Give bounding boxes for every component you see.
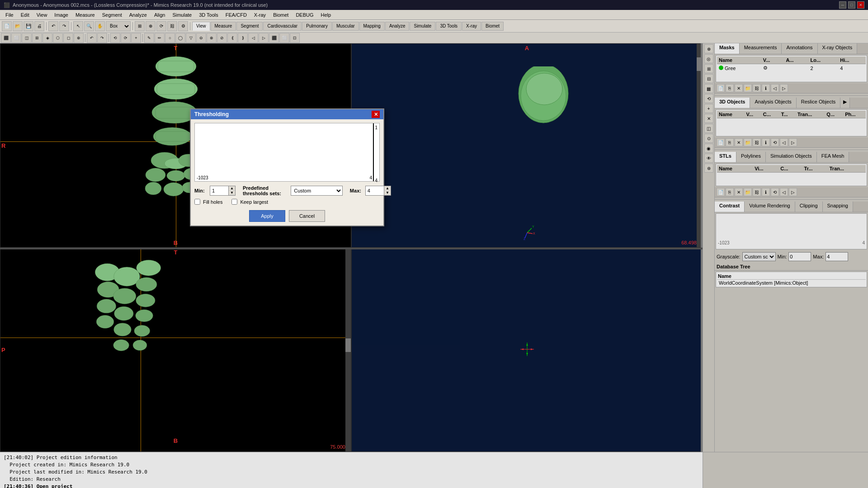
tb2-btn4[interactable]: ⊞ <box>32 33 42 43</box>
horizontal-splitter[interactable] <box>0 248 703 249</box>
max-spinbox[interactable]: ▲ ▼ <box>365 186 391 196</box>
cursor-btn[interactable]: ↖ <box>73 21 83 31</box>
pan-btn[interactable]: ✋ <box>95 21 105 31</box>
tab-stls[interactable]: STLs <box>715 152 736 162</box>
new-btn[interactable]: 📄 <box>2 21 12 31</box>
stl-icon-arrow-l[interactable]: ◁ <box>780 188 788 196</box>
tab-muscular[interactable]: Muscular <box>332 22 359 31</box>
zoom-btn[interactable]: 🔍 <box>84 21 94 31</box>
tb2-btn9[interactable]: ↶ <box>87 33 97 43</box>
obj-icon-info[interactable]: ℹ <box>762 138 770 146</box>
mask-icon-info[interactable]: ℹ <box>762 84 770 92</box>
stl-icon-link[interactable]: ⛓ <box>753 188 761 196</box>
mask-icon-arrow-l[interactable]: ◁ <box>771 84 779 92</box>
side-icon-5[interactable]: ▦ <box>704 84 713 93</box>
menu-debug[interactable]: DEBUG <box>292 11 317 19</box>
mask-icon-folder[interactable]: 📁 <box>744 84 752 92</box>
tab-biomet[interactable]: Biomet <box>481 22 504 31</box>
tb2-btn28[interactable]: ⊡ <box>290 33 300 43</box>
obj-icon-copy[interactable]: ⎘ <box>726 138 734 146</box>
menu-feacfd[interactable]: FEA/CFD <box>222 11 250 19</box>
menu-align[interactable]: Align <box>151 11 169 19</box>
menu-biomet[interactable]: Biomet <box>269 11 292 19</box>
obj-icon-new[interactable]: 📄 <box>717 138 725 146</box>
tb2-btn7[interactable]: ◻ <box>63 33 73 43</box>
max-input[interactable] <box>366 186 384 195</box>
min-spin-up[interactable]: ▲ <box>229 186 235 191</box>
side-icon-7[interactable]: + <box>704 104 713 113</box>
tab-simulation-objects[interactable]: Simulation Objects <box>766 152 817 162</box>
obj-icon-delete[interactable]: ✕ <box>735 138 743 146</box>
tb2-btn1[interactable]: ⬛ <box>1 33 11 43</box>
obj-icon-link[interactable]: ⛓ <box>753 138 761 146</box>
stl-icon-info[interactable]: ℹ <box>762 188 770 196</box>
cancel-button[interactable]: Cancel <box>289 210 325 222</box>
tb2-btn11[interactable]: ⟲ <box>110 33 120 43</box>
tab-contrast[interactable]: Contrast <box>715 202 745 212</box>
save-btn[interactable]: 💾 <box>24 21 33 31</box>
tb2-btn13[interactable]: + <box>131 33 141 43</box>
scrollbar-bl[interactable] <box>345 248 351 451</box>
viewport-bottom-left[interactable]: T B P A 75.0000 <box>0 248 351 452</box>
db-tree-item-1[interactable]: WorldCoordinateSystem [Mimics:Object] <box>717 280 866 286</box>
menu-measure[interactable]: Measure <box>72 11 99 19</box>
tab-measurements[interactable]: Measurements <box>740 43 782 54</box>
side-icon-9[interactable]: ◫ <box>704 124 713 133</box>
tab-volume-rendering[interactable]: Volume Rendering <box>745 202 795 212</box>
stl-icon-folder[interactable]: 📁 <box>744 188 752 196</box>
menu-3dtools[interactable]: 3D Tools <box>195 11 222 19</box>
tb2-btn6[interactable]: ⬡ <box>53 33 63 43</box>
print-btn[interactable]: 🖨 <box>34 21 44 31</box>
tab-more-objects[interactable]: ▶ <box>840 98 850 108</box>
tab-analysis-objects[interactable]: Analysis Objects <box>750 98 796 108</box>
tab-annotations[interactable]: Annotations <box>782 43 817 54</box>
tb2-btn8[interactable]: ⊕ <box>74 33 84 43</box>
tab-reslice-objects[interactable]: Reslice Objects <box>797 98 840 108</box>
side-icon-2[interactable]: ◎ <box>704 54 713 63</box>
tb2-btn2[interactable]: ⬜ <box>11 33 21 43</box>
tb2-btn3[interactable]: ◫ <box>22 33 32 43</box>
redo-btn[interactable]: ↷ <box>59 21 69 31</box>
min-input-contrast[interactable] <box>788 252 811 261</box>
max-input-contrast[interactable] <box>826 252 848 261</box>
tb2-btn14[interactable]: ✎ <box>144 33 154 43</box>
tb2-btn18[interactable]: ▽ <box>186 33 196 43</box>
obj-icon-arrow-r[interactable]: ▷ <box>789 138 797 146</box>
keep-largest-checkbox[interactable] <box>231 199 237 205</box>
tab-view[interactable]: View <box>192 22 210 31</box>
tab-xray-objects[interactable]: X-ray Objects <box>818 43 858 54</box>
tb2-btn15[interactable]: ✏ <box>155 33 165 43</box>
tb2-btn5[interactable]: ◈ <box>42 33 52 43</box>
tab-masks[interactable]: Masks <box>715 43 740 54</box>
menu-edit[interactable]: Edit <box>17 11 33 19</box>
tb2-btn16[interactable]: ○ <box>165 33 175 43</box>
grayscale-select[interactable]: Custom sc Linear Log <box>742 252 776 261</box>
side-icon-1[interactable]: ⊕ <box>704 44 713 53</box>
menu-segment[interactable]: Segment <box>99 11 126 19</box>
tab-3d-objects[interactable]: 3D Objects <box>715 98 750 108</box>
tb2-btn20[interactable]: ⊗ <box>207 33 217 43</box>
tb2-btn27[interactable]: ⬜ <box>279 33 289 43</box>
tb2-btn10[interactable]: ↷ <box>97 33 107 43</box>
stl-icon-rotate[interactable]: ⟲ <box>771 188 779 196</box>
tab-polylines[interactable]: Polylines <box>736 152 766 162</box>
maximize-button[interactable]: □ <box>848 1 855 9</box>
settings-btn[interactable]: ⚙ <box>178 21 188 31</box>
tab-mapping[interactable]: Mapping <box>359 22 385 31</box>
tab-segment[interactable]: Segment <box>236 22 263 31</box>
dialog-close-button[interactable]: ✕ <box>372 111 380 118</box>
side-icon-13[interactable]: ⊛ <box>704 164 713 173</box>
histogram-slider-right[interactable] <box>373 123 374 181</box>
menu-simulate[interactable]: Simulate <box>169 11 195 19</box>
stl-icon-copy[interactable]: ⎘ <box>726 188 734 196</box>
stl-icon-delete[interactable]: ✕ <box>735 188 743 196</box>
apply-button[interactable]: Apply <box>249 210 285 222</box>
menu-image[interactable]: Image <box>51 11 72 19</box>
open-btn[interactable]: 📂 <box>13 21 23 31</box>
tab-simulate[interactable]: Simulate <box>410 22 435 31</box>
mask-icon-copy[interactable]: ⎘ <box>726 84 734 92</box>
menu-file[interactable]: File <box>2 11 17 19</box>
side-icon-11[interactable]: ◉ <box>704 144 713 153</box>
stl-icon-new[interactable]: 📄 <box>717 188 725 196</box>
obj-icon-folder[interactable]: 📁 <box>744 138 752 146</box>
